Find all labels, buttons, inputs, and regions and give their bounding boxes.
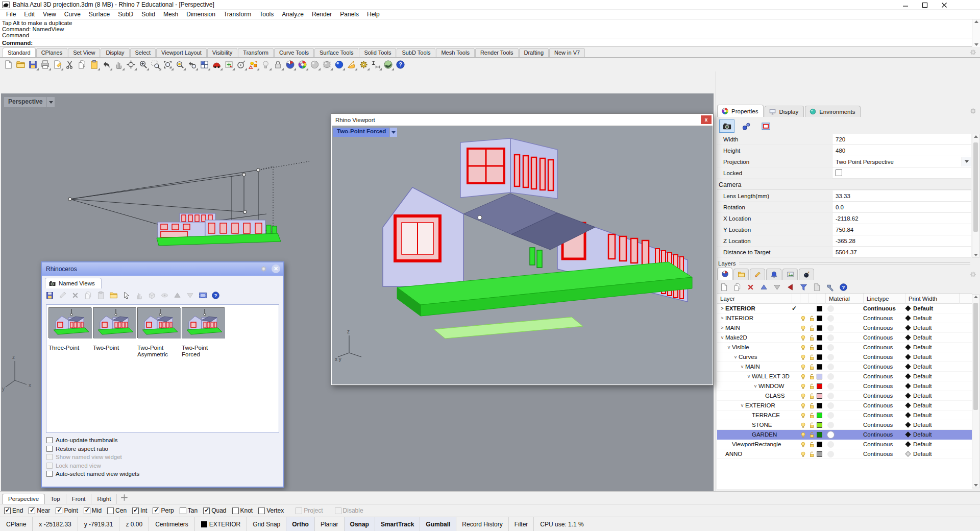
layer-expand-arrow[interactable]: > — [719, 316, 725, 321]
select-named-view[interactable] — [120, 290, 132, 301]
column-linetype[interactable]: Linetype — [863, 294, 905, 304]
status-toggle[interactable]: Osnap — [345, 517, 375, 531]
layer-expand-arrow[interactable]: v — [746, 374, 752, 379]
column-material[interactable]: Material — [825, 294, 863, 304]
zoom-dynamic-button[interactable] — [137, 59, 149, 70]
menu-item[interactable]: Analyze — [278, 11, 308, 18]
layer-linetype[interactable]: Continuous — [863, 373, 905, 379]
panel-tab[interactable]: Display — [765, 106, 804, 117]
print-button[interactable] — [39, 59, 51, 70]
show-widget[interactable] — [159, 290, 170, 301]
osnap-toggle[interactable]: Knot — [232, 507, 253, 514]
locked-checkbox[interactable] — [836, 170, 842, 176]
pan-button[interactable] — [113, 59, 125, 70]
layer-print-width[interactable]: Default — [905, 393, 959, 399]
layer-visibility-bulb-icon[interactable] — [800, 334, 808, 341]
layer-material-icon[interactable] — [827, 305, 834, 312]
move-up[interactable] — [172, 290, 183, 301]
command-prompt[interactable]: Command: — [0, 38, 980, 47]
rhino-web-button[interactable] — [382, 59, 394, 70]
edit-named-view[interactable] — [57, 290, 68, 301]
layer-color-swatch[interactable] — [817, 325, 822, 331]
layer-color-swatch[interactable] — [817, 393, 822, 399]
layer-linetype[interactable]: Continuous — [863, 354, 905, 360]
layer-print-width[interactable]: Default — [905, 422, 959, 428]
help[interactable] — [210, 290, 221, 301]
layer-row[interactable]: GARDEN ✓ Continuous Default — [717, 430, 972, 440]
layer-linetype[interactable]: Continuous — [863, 441, 905, 447]
menu-item[interactable]: Mesh — [159, 11, 182, 18]
layer-visibility-bulb-icon[interactable] — [800, 344, 808, 351]
layer-color-swatch[interactable] — [817, 432, 822, 438]
minimize-button[interactable] — [898, 1, 913, 9]
delete-layer[interactable] — [745, 281, 756, 293]
menu-item[interactable]: Render — [308, 11, 336, 18]
layer-visibility-bulb-icon[interactable] — [800, 354, 808, 360]
menu-item[interactable]: Solid — [137, 11, 159, 18]
layer-print-width[interactable]: Default — [905, 315, 959, 321]
current-layer-cell[interactable]: EXTERIOR — [195, 517, 247, 531]
properties-gear-icon[interactable] — [969, 107, 977, 115]
option-checkbox[interactable] — [46, 463, 53, 469]
osnap-toggle[interactable]: Point — [56, 507, 78, 514]
menu-item[interactable]: Panels — [336, 11, 363, 18]
import-named-views[interactable] — [108, 290, 119, 301]
property-value[interactable]: 0.0 — [832, 202, 971, 213]
layer-linetype[interactable]: Continuous — [863, 422, 905, 428]
save-named-view[interactable] — [44, 290, 55, 301]
status-cell[interactable]: Centimeters — [149, 517, 195, 531]
status-toggle[interactable]: SmartTrack — [375, 517, 420, 531]
property-value[interactable]: 5504.37 — [832, 247, 971, 258]
layer-lock-icon[interactable] — [808, 393, 817, 399]
named-view-item[interactable]: Two-Point Forced — [182, 307, 226, 358]
osnap-toggle[interactable]: Disable — [335, 507, 363, 514]
panel-tab[interactable]: Properties — [717, 105, 764, 117]
layer-material-icon[interactable] — [827, 402, 834, 409]
layer-lock-icon[interactable] — [808, 412, 817, 419]
move-down[interactable] — [184, 290, 195, 301]
layer-lock-icon[interactable] — [808, 422, 817, 428]
layer-color-swatch[interactable] — [817, 403, 822, 408]
osnap-toggle[interactable]: Tan — [180, 507, 198, 514]
toolbar-tab[interactable]: CPlanes — [36, 48, 68, 57]
layer-linetype[interactable]: Continuous — [863, 325, 905, 331]
osnap-toggle[interactable]: Mid — [84, 507, 102, 514]
status-toggle[interactable]: Ortho — [286, 517, 315, 531]
floating-viewport-canvas[interactable]: Two-Point Forced — [332, 126, 713, 384]
viewport-title-dropdown[interactable]: Perspective — [4, 97, 55, 107]
paste-named-view[interactable] — [95, 290, 106, 301]
named-views-option[interactable]: Show named view widget — [46, 453, 279, 462]
notes-tab[interactable] — [750, 269, 765, 280]
layer-state[interactable] — [811, 281, 822, 293]
layer-print-width[interactable]: Default — [905, 325, 959, 331]
status-toggle[interactable]: Filter — [509, 517, 534, 531]
layer-visibility-bulb-icon[interactable] — [800, 305, 808, 312]
named-view-thumbnail[interactable] — [93, 307, 136, 338]
cplane-button[interactable] — [223, 59, 235, 70]
layer-tools[interactable] — [824, 281, 836, 293]
status-cell[interactable]: x -25182.33 — [33, 517, 78, 531]
viewport-layout-button[interactable] — [199, 59, 210, 70]
layer-print-width[interactable]: Default — [905, 334, 959, 341]
layer-visibility-bulb-icon[interactable] — [800, 402, 808, 409]
close-button[interactable] — [937, 1, 952, 9]
panel-tab[interactable]: Environments — [805, 106, 861, 117]
layer-color-swatch[interactable] — [817, 413, 822, 418]
property-value[interactable]: -2118.62 — [832, 213, 971, 224]
apply-to-object[interactable] — [146, 290, 157, 301]
new-layer[interactable] — [718, 281, 729, 293]
layer-row[interactable]: v WINDOW ✓ Continuous Default — [717, 381, 972, 391]
layer-lock-icon[interactable] — [808, 364, 817, 370]
property-value[interactable]: -365.28 — [832, 235, 971, 247]
dialog-close-icon[interactable]: ✕ — [272, 264, 280, 273]
layer-print-width[interactable]: Default — [905, 431, 959, 438]
layer-color-swatch[interactable] — [817, 383, 822, 389]
layer-expand-arrow[interactable]: > — [719, 325, 725, 330]
layer-print-width[interactable]: Default — [905, 364, 959, 370]
layer-row[interactable]: > MAIN ✓ Continuous Default — [717, 323, 972, 333]
page-properties-button[interactable] — [52, 59, 63, 70]
toolbar-tab[interactable]: Display — [101, 48, 129, 57]
property-value[interactable]: 480 — [832, 145, 971, 156]
toolbar-tab[interactable]: Curve Tools — [274, 48, 314, 57]
layer-visibility-bulb-icon[interactable] — [800, 325, 808, 331]
